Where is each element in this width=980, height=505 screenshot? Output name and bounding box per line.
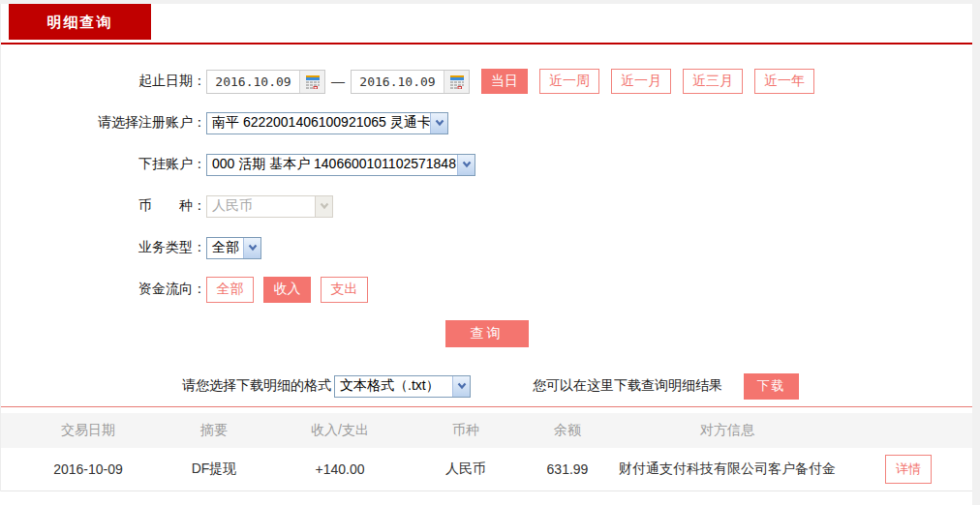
header-date: 交易日期 xyxy=(20,422,156,439)
quick-range-month-button[interactable]: 近一月 xyxy=(611,69,671,94)
currency-select: 人民币 xyxy=(206,195,333,218)
download-format-value: 文本格式（.txt） xyxy=(335,377,452,395)
download-hint: 您可以在这里下载查询明细结果 xyxy=(533,377,722,395)
header-counterparty: 对方信息 xyxy=(611,422,843,439)
transactions-table: 交易日期 摘要 收入/支出 币种 余额 对方信息 2016-10-09 DF提现… xyxy=(1,406,972,491)
download-format-select[interactable]: 文本格式（.txt） xyxy=(334,375,471,398)
download-format-label: 请您选择下载明细的格式 xyxy=(182,377,331,395)
row-amount: +140.00 xyxy=(272,461,408,477)
row-action: 详情 xyxy=(843,455,973,484)
calendar-icon[interactable] xyxy=(444,71,469,93)
currency-value: 人民币 xyxy=(207,197,315,215)
calendar-icon[interactable] xyxy=(299,71,324,93)
business-type-row: 业务类型： 全部 xyxy=(1,235,972,260)
register-account-value: 南平 6222001406100921065 灵通卡 xyxy=(207,114,430,132)
dropdown-arrow-icon xyxy=(430,113,447,134)
sub-account-select[interactable]: 000 活期 基本户 1406600101102571848 xyxy=(206,154,475,176)
row-counterparty: 财付通支付科技有限公司客户备付金 xyxy=(611,460,843,478)
row-summary: DF提现 xyxy=(156,460,272,478)
fund-flow-all-button[interactable]: 全部 xyxy=(206,277,254,303)
business-type-label: 业务类型： xyxy=(1,239,206,256)
header-summary: 摘要 xyxy=(156,422,272,439)
fund-flow-row: 资金流向： 全部 收入 支出 xyxy=(1,277,972,302)
header-balance: 余额 xyxy=(524,422,611,439)
quick-range-week-button[interactable]: 近一周 xyxy=(539,69,599,94)
quick-range-quarter-button[interactable]: 近三月 xyxy=(683,69,743,94)
dropdown-arrow-icon xyxy=(315,196,332,217)
register-account-row: 请选择注册账户： 南平 6222001406100921065 灵通卡 xyxy=(1,110,972,135)
sub-account-value: 000 活期 基本户 1406600101102571848 xyxy=(207,156,457,173)
dropdown-arrow-icon xyxy=(457,155,475,175)
business-type-value: 全部 xyxy=(207,239,243,256)
right-scroll-strip xyxy=(972,0,980,505)
download-button[interactable]: 下载 xyxy=(744,373,799,400)
header-currency: 币种 xyxy=(408,422,524,439)
fund-flow-income-button[interactable]: 收入 xyxy=(263,277,311,303)
query-button[interactable]: 查询 xyxy=(445,320,529,347)
end-date-input[interactable] xyxy=(351,70,470,94)
business-type-select[interactable]: 全部 xyxy=(206,237,261,259)
table-header: 交易日期 摘要 收入/支出 币种 余额 对方信息 xyxy=(1,413,972,448)
start-date-value[interactable] xyxy=(207,71,299,93)
quick-range-today-button[interactable]: 当日 xyxy=(481,69,528,94)
fund-flow-expense-button[interactable]: 支出 xyxy=(321,277,368,303)
date-range-label: 起止日期： xyxy=(1,73,206,90)
detail-query-panel: 明细查询 起止日期： xyxy=(0,4,972,491)
register-account-label: 请选择注册账户： xyxy=(1,114,206,132)
fund-flow-label: 资金流向： xyxy=(1,281,206,298)
tab-bar: 明细查询 xyxy=(1,4,972,45)
table-row: 2016-10-09 DF提现 +140.00 人民币 631.99 财付通支付… xyxy=(1,448,972,491)
dropdown-arrow-icon xyxy=(243,238,260,258)
end-date-value[interactable] xyxy=(352,71,444,93)
row-currency: 人民币 xyxy=(408,460,524,478)
row-balance: 631.99 xyxy=(524,461,611,477)
download-row: 请您选择下载明细的格式 文本格式（.txt） 您可以在这里下载查询明细结果 下载 xyxy=(1,372,972,400)
row-date: 2016-10-09 xyxy=(20,461,156,477)
currency-row: 币 种： 人民币 xyxy=(1,193,972,219)
register-account-select[interactable]: 南平 6222001406100921065 灵通卡 xyxy=(206,112,448,134)
quick-range-year-button[interactable]: 近一年 xyxy=(754,69,814,94)
query-row: 查询 xyxy=(1,320,972,347)
sub-account-row: 下挂账户： 000 活期 基本户 1406600101102571848 xyxy=(1,152,972,177)
currency-label: 币 种： xyxy=(1,197,206,215)
detail-button[interactable]: 详情 xyxy=(885,455,932,484)
query-form: 起止日期： xyxy=(1,45,972,347)
header-amount: 收入/支出 xyxy=(272,422,408,439)
start-date-input[interactable] xyxy=(206,70,325,94)
dropdown-arrow-icon xyxy=(452,376,470,397)
date-range-row: 起止日期： xyxy=(1,69,972,94)
date-separator: — xyxy=(331,74,345,89)
sub-account-label: 下挂账户： xyxy=(1,156,206,173)
tab-detail-query[interactable]: 明细查询 xyxy=(9,4,151,40)
